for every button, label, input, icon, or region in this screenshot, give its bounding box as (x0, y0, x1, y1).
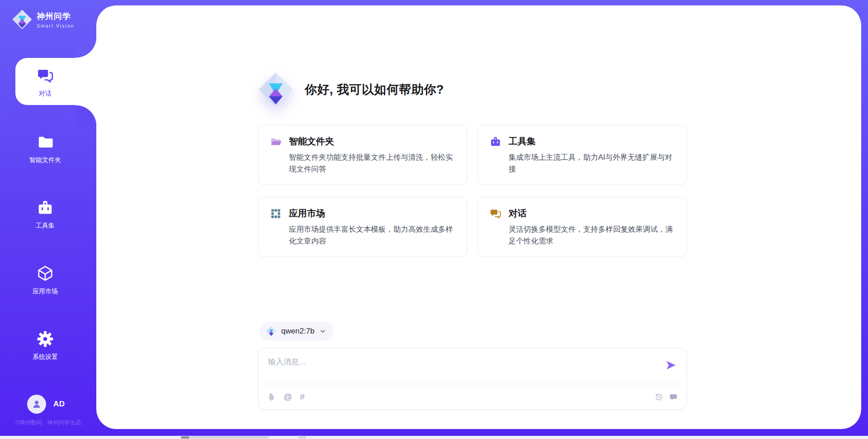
sidebar-item-toolset[interactable]: 工具集 (0, 199, 90, 230)
scrollbar-thumb[interactable] (181, 436, 189, 439)
brand-diamond-icon (12, 9, 33, 30)
composer-input-row (258, 348, 687, 384)
main-content: 你好, 我可以如何帮助你? 智能文件夹 智能文件夹功能支持批量文件上传与清洗，轻… (258, 5, 687, 429)
chevron-down-icon (319, 328, 326, 335)
feature-cards: 智能文件夹 智能文件夹功能支持批量文件上传与清洗，轻松实现文件问答 工具集 集成… (258, 125, 687, 257)
brand-diamond-icon (258, 72, 294, 108)
mention-icon: @ (283, 392, 292, 402)
brand-subtitle: Smart Vision (37, 23, 74, 29)
chat-bubble-icon (669, 393, 678, 401)
sidebar: 神州问学 Smart Vision 对话 智能文件夹 工具集 应用市场 系统设置 (0, 0, 96, 439)
user-initials: AD (53, 400, 65, 409)
hashtag-icon: # (300, 392, 305, 402)
card-toolset[interactable]: 工具集 集成市场上主流工具，助力AI与外界无缝扩展与对接 (477, 125, 687, 185)
card-header: 对话 (490, 207, 675, 220)
card-chat[interactable]: 对话 灵活切换多模型文件，支持多样回复效果调试，满足个性化需求 (477, 197, 687, 257)
attachment-icon (267, 393, 276, 401)
hashtag-button[interactable]: # (300, 392, 305, 402)
sidebar-item-label: 对话 (0, 90, 90, 98)
greeting-title: 你好, 我可以如何帮助你? (305, 81, 444, 98)
sidebar-item-chat[interactable]: 对话 (0, 67, 90, 98)
composer-toolbar: @ # (258, 384, 687, 410)
gear-icon (37, 330, 54, 348)
card-header: 智能文件夹 (270, 135, 455, 148)
composer-tools-left: @ # (267, 392, 305, 402)
card-smart-folder[interactable]: 智能文件夹 智能文件夹功能支持批量文件上传与清洗，轻松实现文件问答 (258, 125, 467, 185)
card-header: 应用市场 (270, 207, 455, 220)
composer-area: qwen2:7b (258, 322, 687, 429)
card-title: 对话 (509, 207, 527, 220)
sidebar-item-settings[interactable]: 系统设置 (0, 330, 90, 361)
composer-tools-right (655, 393, 678, 401)
card-title: 智能文件夹 (289, 135, 334, 148)
avatar (27, 395, 46, 414)
user-profile[interactable]: AD (27, 395, 65, 414)
send-icon (665, 359, 677, 371)
message-input[interactable] (258, 348, 687, 380)
sidebar-item-smart-folder[interactable]: 智能文件夹 (0, 134, 90, 164)
brand-name: 神州问学 (37, 11, 74, 22)
copyright-text: ©神州数码 · 神州问学出品 (0, 419, 96, 427)
card-description: 灵活切换多模型文件，支持多样回复效果调试，满足个性化需求 (490, 224, 675, 247)
model-selector[interactable]: qwen2:7b (260, 322, 334, 341)
card-description: 应用市场提供丰富长文本模板，助力高效生成多样化文章内容 (270, 224, 455, 247)
main-panel: 你好, 我可以如何帮助你? 智能文件夹 智能文件夹功能支持批量文件上传与清洗，轻… (96, 5, 861, 429)
greeting: 你好, 我可以如何帮助你? (258, 72, 687, 108)
mention-button[interactable]: @ (283, 392, 292, 402)
person-icon (31, 399, 42, 410)
cube-icon (37, 265, 54, 282)
grid-icon (270, 208, 282, 220)
toolbox-icon (490, 136, 501, 148)
sidebar-item-label: 智能文件夹 (0, 156, 90, 164)
app-root: 神州问学 Smart Vision 对话 智能文件夹 工具集 应用市场 系统设置 (0, 0, 868, 439)
scrollbar-thumb[interactable] (298, 436, 306, 439)
card-title: 工具集 (509, 135, 536, 148)
scrollbar-thumb[interactable] (189, 436, 269, 439)
card-title: 应用市场 (289, 207, 325, 220)
sidebar-item-label: 应用市场 (0, 287, 90, 296)
send-button[interactable] (665, 359, 677, 371)
card-header: 工具集 (490, 135, 675, 148)
card-description: 智能文件夹功能支持批量文件上传与清洗，轻松实现文件问答 (270, 152, 455, 175)
model-name: qwen2:7b (281, 327, 315, 336)
history-button[interactable] (655, 393, 663, 401)
brand: 神州问学 Smart Vision (12, 9, 74, 30)
folder-open-icon (270, 136, 282, 148)
sidebar-item-label: 工具集 (0, 222, 90, 230)
sidebar-item-app-market[interactable]: 应用市场 (0, 265, 90, 296)
tab-curve-bottom (76, 105, 97, 126)
horizontal-scrollbar[interactable] (0, 436, 868, 439)
card-description: 集成市场上主流工具，助力AI与外界无缝扩展与对接 (490, 152, 675, 175)
chat-bubble-button[interactable] (669, 393, 678, 401)
toolbox-icon (37, 199, 54, 216)
card-app-market[interactable]: 应用市场 应用市场提供丰富长文本模板，助力高效生成多样化文章内容 (258, 197, 467, 257)
message-composer: @ # (258, 348, 687, 410)
folder-icon (37, 134, 54, 151)
sidebar-item-label: 系统设置 (0, 353, 90, 361)
history-icon (655, 393, 663, 401)
chat-icon (490, 208, 501, 220)
chat-icon (37, 67, 54, 84)
brand-diamond-icon (266, 326, 277, 337)
attachment-button[interactable] (267, 393, 276, 401)
tab-curve-top (76, 37, 97, 58)
